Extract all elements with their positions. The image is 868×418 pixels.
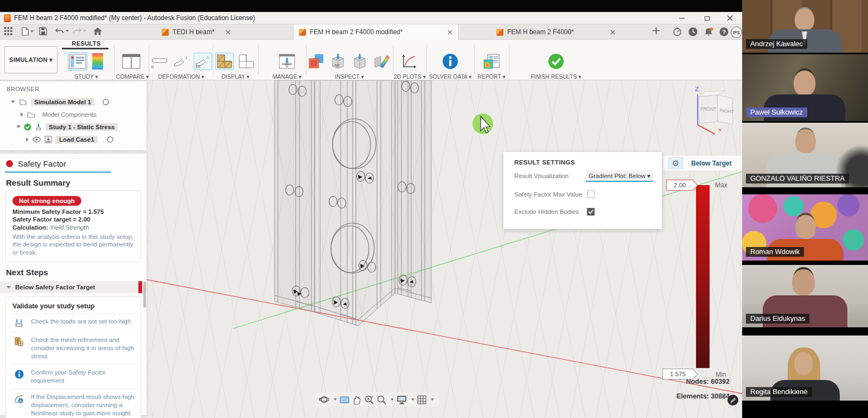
tree-item-load-case1[interactable]: Load Case1 (0, 133, 146, 145)
redo-button[interactable] (73, 27, 86, 34)
camera-indicator-icon (730, 397, 736, 403)
zoom-button[interactable]: ± (364, 395, 374, 404)
study-group-label[interactable]: STUDY ▾ (61, 73, 112, 80)
deformation-none-button[interactable]: 0 (150, 53, 169, 70)
workspace-selector[interactable]: SIMULATION ▾ (4, 46, 58, 73)
home-button[interactable] (93, 27, 102, 35)
inspect-point-button[interactable] (350, 52, 369, 71)
zoom-window-button[interactable] (376, 395, 386, 404)
participant-tile[interactable]: Paweł Sułkowicz (742, 54, 868, 121)
participant-tile[interactable]: Roman Wdowik (742, 194, 868, 261)
inspect-results-button[interactable] (307, 52, 326, 71)
new-tab-button[interactable] (653, 27, 660, 34)
compare-group-label[interactable]: COMPARE ▾ (116, 73, 146, 80)
tab-label: TEDI H beam* (173, 28, 214, 36)
fusion-logo-icon (4, 14, 11, 22)
below-target-row[interactable]: Below Safety Factor Target (0, 281, 146, 293)
inspect-slice-button[interactable] (372, 52, 392, 71)
visualization-label: Result Visualization (514, 173, 569, 179)
app-grid-button[interactable] (4, 27, 12, 35)
report-group-label[interactable]: REPORT ▾ (476, 73, 507, 80)
finish-results-button[interactable] (546, 52, 566, 71)
legend-min-flag[interactable]: 1.575 (662, 369, 693, 379)
probe-xyz-icon: xyz (330, 53, 346, 69)
tab-close-icon[interactable] (448, 30, 452, 35)
chevron-down-icon[interactable] (16, 125, 21, 128)
manage-group-label[interactable]: MANAGE ▾ (270, 73, 304, 80)
pan-button[interactable] (352, 395, 361, 404)
2dplots-group-label[interactable]: 2D PLOTS ▾ (394, 73, 424, 80)
deformation-actual-button[interactable]: I (172, 53, 190, 70)
manage-button[interactable] (277, 52, 297, 71)
results-context-tab[interactable]: RESULTS (61, 40, 112, 47)
ribbon-group-inspect: xyz INSPECT ▾ (308, 40, 391, 80)
participant-tile[interactable]: GONZALO VALIÑO RIESTRA (742, 123, 868, 187)
tab-tedi-h-beam[interactable]: TEDI H beam* (156, 24, 236, 40)
close-button[interactable] (722, 14, 738, 23)
grid-icon (417, 395, 426, 404)
report-button[interactable] (482, 52, 501, 71)
step-check-mesh[interactable]: Check the mesh refinement and consider i… (10, 332, 137, 364)
inspect-point-xyz-button[interactable]: xyz (329, 52, 347, 71)
orbit-button[interactable] (319, 395, 329, 404)
tab-close-icon[interactable] (610, 30, 615, 35)
activate-load-case-radio[interactable] (107, 136, 113, 143)
zoom-caret-icon[interactable] (391, 398, 394, 401)
2d-plots-button[interactable] (399, 52, 419, 71)
orbit-caret-icon[interactable] (334, 398, 337, 401)
display-boundary-button[interactable] (237, 53, 256, 70)
undo-button[interactable] (55, 27, 69, 34)
solver-group-label[interactable]: SOLVER DATA ▾ (429, 73, 472, 80)
display-settings-button[interactable] (397, 395, 407, 404)
extension-manager-button[interactable] (688, 27, 698, 36)
view-cube[interactable]: FRONT RIGHT Z ✕ (695, 86, 734, 134)
minimize-button[interactable] (674, 14, 690, 23)
visibility-eye-icon[interactable] (33, 137, 41, 142)
participant-tile[interactable]: Darius Eidukynas (742, 265, 868, 327)
deformation-group-label[interactable]: DEFORMATION ▾ (151, 73, 212, 80)
viewcube-front-label[interactable]: FRONT (700, 106, 716, 112)
display-mesh-button[interactable] (215, 53, 234, 70)
grid-settings-button[interactable] (417, 395, 426, 404)
grid-caret-icon[interactable] (431, 398, 434, 401)
tree-item-model-components[interactable]: Model Components (0, 108, 146, 121)
activate-model-radio[interactable] (103, 99, 109, 105)
tree-item-simulation-model[interactable]: Simulation Model 1 (0, 96, 146, 108)
max-value-checkbox[interactable] (587, 191, 595, 198)
chevron-down-icon[interactable] (11, 100, 15, 103)
display-group-label[interactable]: DISPLAY ▾ (215, 73, 256, 80)
look-at-button[interactable] (340, 396, 349, 404)
exclude-hidden-checkbox[interactable] (587, 208, 595, 216)
chevron-right-icon[interactable] (26, 137, 29, 142)
help-button[interactable]: ? (719, 27, 729, 36)
finish-group-label[interactable]: FINISH RESULTS ▾ (522, 73, 590, 80)
job-status-button[interactable] (673, 27, 682, 36)
notifications-button[interactable] (704, 27, 714, 36)
compare-button[interactable] (121, 52, 142, 71)
tab-fem-h-beam-modified[interactable]: FEM H beam 2 F4000 modified* (293, 24, 458, 40)
orbit-icon (319, 395, 329, 404)
save-button[interactable] (39, 27, 47, 35)
panel-scrollbar[interactable] (143, 282, 146, 308)
participant-tile[interactable]: Andrzej Kawalec (742, 0, 868, 53)
legend-gradient-button[interactable] (91, 52, 105, 71)
tab-fem-h-beam[interactable]: FEM H beam 2 F4000* (491, 24, 621, 40)
visualization-dropdown[interactable]: Gradient Plot: Below ▾ (586, 170, 653, 182)
deformation-scaled-button[interactable]: I 1X (194, 53, 212, 70)
legend-settings-button[interactable]: ⚙ (668, 157, 684, 169)
legend-max-flag[interactable]: 2.00 (666, 180, 693, 191)
solver-data-button[interactable] (441, 52, 460, 71)
study-results-button[interactable] (68, 52, 87, 71)
display-caret-icon[interactable] (411, 398, 414, 401)
maximize-button[interactable] (699, 14, 715, 23)
step-confirm-requirement[interactable]: Confirm your Safety Factor requirement (10, 364, 137, 389)
tree-item-study1[interactable]: Study 1 - Static Stress (0, 121, 146, 133)
file-menu-button[interactable] (22, 27, 34, 36)
step-check-loads[interactable]: Check the loads are not set too high (10, 313, 137, 332)
participant-tile[interactable]: Regita Bendikienė (742, 335, 868, 401)
tab-close-icon[interactable] (226, 30, 231, 35)
step-nonlinear-study[interactable]: If the Displacement result shows high di… (10, 389, 137, 418)
chevron-right-icon[interactable] (21, 112, 23, 117)
inspect-group-label[interactable]: INSPECT ▾ (308, 73, 391, 80)
user-avatar[interactable]: PS (731, 27, 742, 38)
